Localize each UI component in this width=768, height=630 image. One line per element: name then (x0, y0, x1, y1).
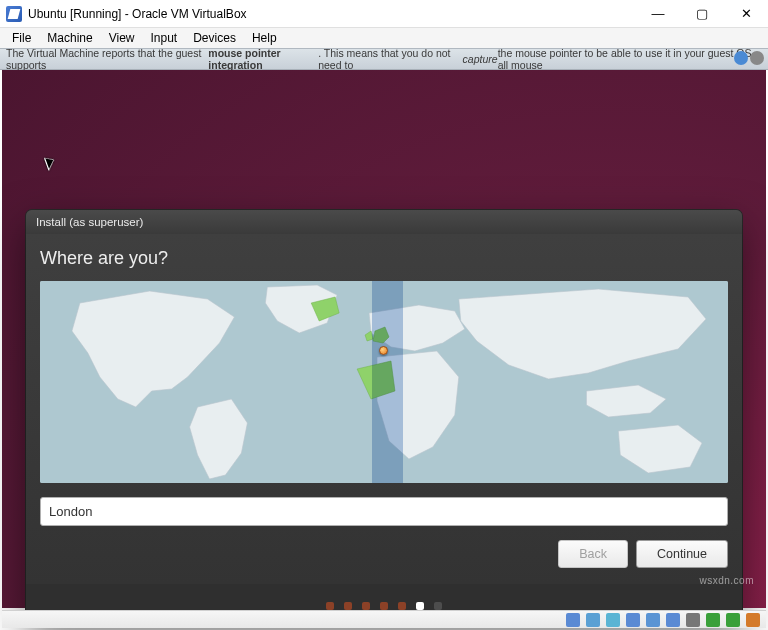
notice-text-1: The Virtual Machine reports that the gue… (6, 47, 208, 71)
minimize-button[interactable]: — (636, 0, 680, 28)
location-pin-icon (379, 346, 388, 355)
notice-close-icon[interactable] (750, 51, 764, 65)
keyboard-icon[interactable] (726, 613, 740, 627)
progress-dot (344, 602, 352, 610)
progress-dot (398, 602, 406, 610)
mouse-integration-notice: The Virtual Machine reports that the gue… (0, 48, 768, 70)
notice-text-3: the mouse pointer to be able to use it i… (498, 47, 762, 71)
progress-dot (434, 602, 442, 610)
net-icon[interactable] (606, 613, 620, 627)
notice-italic: capture (463, 53, 498, 65)
close-button[interactable]: ✕ (724, 0, 768, 28)
window-title: Ubuntu [Running] - Oracle VM VirtualBox (28, 7, 636, 21)
menu-machine[interactable]: Machine (39, 29, 100, 47)
vbox-status-bar (2, 610, 766, 628)
installer-body: Where are you? (26, 234, 742, 584)
maximize-button[interactable]: ▢ (680, 0, 724, 28)
window-titlebar: Ubuntu [Running] - Oracle VM VirtualBox … (0, 0, 768, 28)
back-button[interactable]: Back (558, 540, 628, 568)
menu-view[interactable]: View (101, 29, 143, 47)
mouse-icon[interactable] (706, 613, 720, 627)
installer-window: Install (as superuser) Where are you? (26, 210, 742, 626)
notice-text-2: . This means that you do not need to (318, 47, 462, 71)
installer-title: Install (as superuser) (36, 216, 143, 228)
notice-bold: mouse pointer integration (208, 47, 318, 71)
notice-info-icon[interactable] (734, 51, 748, 65)
timezone-band (372, 281, 403, 483)
rec-icon[interactable] (686, 613, 700, 627)
usb-icon[interactable] (626, 613, 640, 627)
progress-dot (380, 602, 388, 610)
menu-help[interactable]: Help (244, 29, 285, 47)
virtualbox-icon (6, 6, 22, 22)
shared-icon[interactable] (646, 613, 660, 627)
menu-devices[interactable]: Devices (185, 29, 244, 47)
installer-titlebar[interactable]: Install (as superuser) (26, 210, 742, 234)
progress-dot-active (416, 602, 424, 610)
location-input[interactable] (40, 497, 728, 526)
progress-dot (362, 602, 370, 610)
timezone-map[interactable] (40, 281, 728, 483)
page-heading: Where are you? (40, 248, 728, 269)
window-controls: — ▢ ✕ (636, 0, 768, 28)
display-icon[interactable] (666, 613, 680, 627)
menu-input[interactable]: Input (143, 29, 186, 47)
progress-dot (326, 602, 334, 610)
cd-icon[interactable] (586, 613, 600, 627)
button-row: Back Continue (40, 540, 728, 568)
guest-desktop: Install (as superuser) Where are you? (2, 70, 766, 608)
hdd-icon[interactable] (566, 613, 580, 627)
continue-button[interactable]: Continue (636, 540, 728, 568)
menu-bar: File Machine View Input Devices Help (0, 28, 768, 48)
watermark: wsxdn.com (699, 575, 754, 586)
rightctrl-icon[interactable] (746, 613, 760, 627)
menu-file[interactable]: File (4, 29, 39, 47)
